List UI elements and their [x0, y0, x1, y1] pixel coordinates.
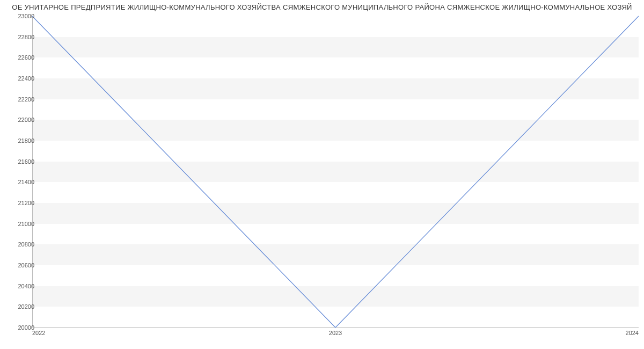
y-tick-label: 22200 — [8, 96, 34, 103]
plot-area — [32, 16, 639, 328]
x-tick-label: 2024 — [626, 330, 639, 336]
series-svg — [32, 16, 639, 328]
y-tick-label: 22600 — [8, 54, 34, 61]
y-tick-label: 21000 — [8, 221, 34, 227]
y-tick-label: 21800 — [8, 137, 34, 144]
y-tick-label: 20200 — [8, 303, 34, 310]
y-tick-label: 22000 — [8, 117, 34, 123]
y-tick-label: 20600 — [8, 262, 34, 268]
x-tick-label: 2023 — [329, 330, 342, 336]
x-tick-label: 2022 — [32, 330, 45, 336]
y-tick-label: 21200 — [8, 200, 34, 206]
y-tick-label: 20800 — [8, 241, 34, 248]
y-tick-label: 22800 — [8, 34, 34, 40]
y-tick-label: 22400 — [8, 75, 34, 82]
y-tick-label: 20000 — [8, 324, 34, 331]
y-tick-label: 23000 — [8, 13, 34, 19]
series-line — [32, 16, 639, 328]
y-tick-label: 21400 — [8, 179, 34, 185]
y-tick-label: 20400 — [8, 283, 34, 289]
chart-title: ОЕ УНИТАРНОЕ ПРЕДПРИЯТИЕ ЖИЛИЩНО-КОММУНА… — [0, 3, 644, 11]
y-tick-label: 21600 — [8, 158, 34, 165]
